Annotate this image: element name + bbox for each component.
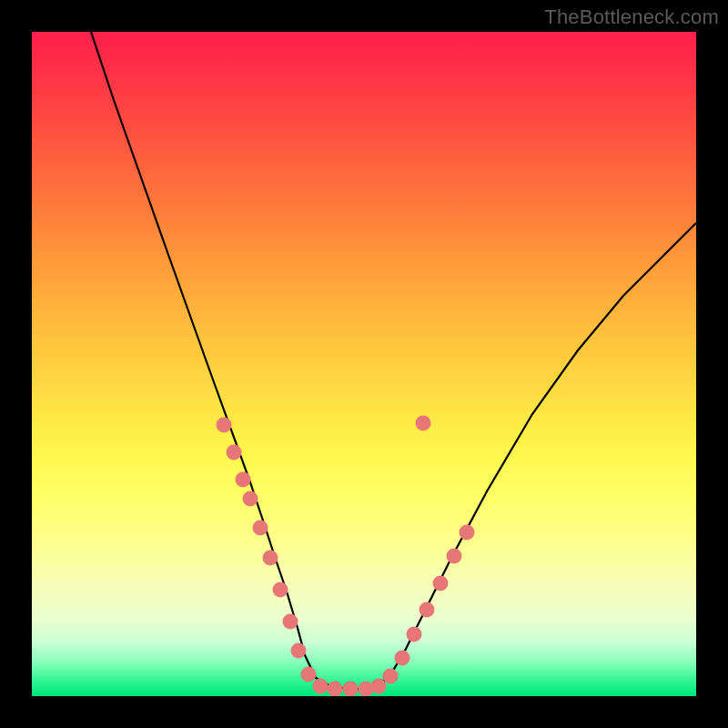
data-dot — [383, 669, 399, 684]
data-dot — [236, 472, 251, 488]
data-dot — [407, 627, 422, 642]
data-dot — [371, 679, 387, 694]
data-dot — [416, 416, 431, 431]
data-dot — [359, 682, 374, 697]
watermark-text: TheBottleneck.com — [544, 5, 719, 29]
plot-area — [32, 32, 696, 696]
data-dot — [420, 602, 435, 618]
data-dot — [217, 418, 232, 433]
data-dot — [291, 643, 307, 659]
data-dot — [301, 667, 317, 682]
data-dot — [433, 576, 449, 592]
data-dot — [343, 682, 359, 697]
outer-frame: TheBottleneck.com — [0, 0, 728, 728]
data-dot — [313, 679, 329, 694]
dot-layer — [217, 416, 475, 697]
data-dot — [283, 614, 298, 630]
data-dot — [395, 651, 410, 666]
bottleneck-chart — [32, 32, 696, 696]
data-dot — [253, 521, 268, 536]
data-dot — [227, 445, 242, 460]
data-dot — [273, 582, 288, 598]
data-dot — [263, 551, 278, 566]
data-dot — [460, 525, 475, 541]
curve-path — [91, 32, 696, 689]
data-dot — [328, 682, 343, 697]
data-dot — [243, 491, 258, 507]
data-dot — [447, 549, 462, 564]
